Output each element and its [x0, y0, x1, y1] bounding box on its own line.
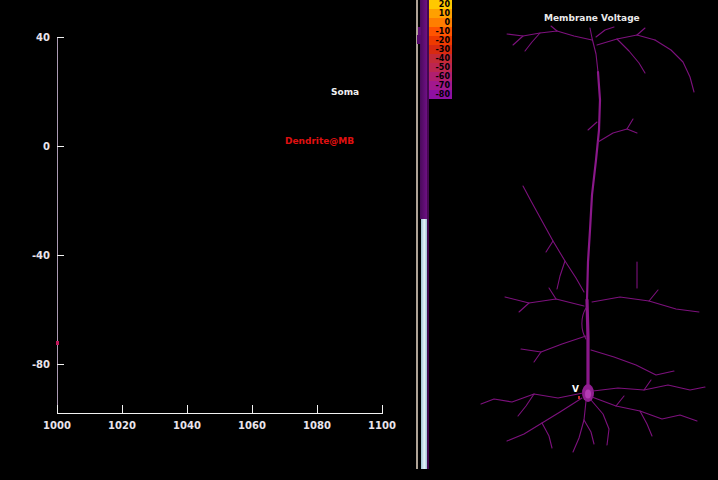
basal-dendrites	[481, 380, 705, 452]
app-window: 400-40-80100010201040106010801100 Soma D…	[0, 0, 718, 480]
x-tick-label: 1040	[171, 420, 203, 431]
x-tick	[317, 405, 318, 413]
voltage-plot-panel: 400-40-80100010201040106010801100 Soma D…	[0, 0, 412, 480]
x-tick-label: 1100	[366, 420, 398, 431]
y-tick-label: 40	[20, 32, 50, 43]
x-tick	[57, 405, 58, 413]
view-title: Membrane Voltage	[544, 13, 640, 23]
y-tick	[57, 146, 64, 147]
colorbar-band: 20	[429, 0, 452, 9]
y-tick	[57, 37, 64, 38]
x-tick	[187, 405, 188, 413]
x-tick-label: 1080	[301, 420, 333, 431]
scrollbar-notch	[417, 35, 421, 44]
oblique-dendrites	[505, 186, 699, 375]
x-axis-line	[57, 413, 383, 414]
colorbar-band: -30	[429, 45, 452, 54]
x-tick-label: 1000	[41, 420, 73, 431]
probe-dot	[578, 396, 580, 399]
colorbar-band: 0	[429, 18, 452, 27]
colorbar-band: -40	[429, 54, 452, 63]
apical-tuft	[507, 26, 694, 92]
y-tick-label: 0	[20, 141, 50, 152]
colorbar-band: -80	[429, 90, 452, 99]
y-tick	[57, 255, 64, 256]
legend-dendrite: Dendrite@MB	[285, 136, 354, 146]
scrollbar-notch	[418, 27, 421, 35]
colorbar-band: -20	[429, 36, 452, 45]
x-tick-label: 1060	[236, 420, 268, 431]
colorbar-band: 10	[429, 9, 452, 18]
x-tick-label: 1020	[106, 420, 138, 431]
y-tick	[57, 364, 64, 365]
scrollbar-upper-thumb[interactable]	[420, 0, 427, 219]
y-tick-label: -80	[20, 359, 50, 370]
trace-start-point	[56, 341, 59, 345]
apical-trunk	[582, 72, 637, 386]
colorbar-band: -50	[429, 63, 452, 72]
soma	[582, 384, 594, 402]
x-tick	[122, 405, 123, 413]
voltage-colorbar: 20100-10-20-30-40-50-60-70-80	[429, 0, 452, 99]
x-tick	[252, 405, 253, 413]
panel-divider-line	[416, 0, 418, 469]
colorbar-band: -10	[429, 27, 452, 36]
legend-soma: Soma	[331, 87, 359, 97]
x-tick	[382, 405, 383, 413]
colorbar-band: -60	[429, 72, 452, 81]
colorbar-band: -70	[429, 81, 452, 90]
y-tick-label: -40	[20, 250, 50, 261]
voltage-probe-marker: V	[572, 385, 579, 394]
y-axis-line	[57, 37, 58, 413]
